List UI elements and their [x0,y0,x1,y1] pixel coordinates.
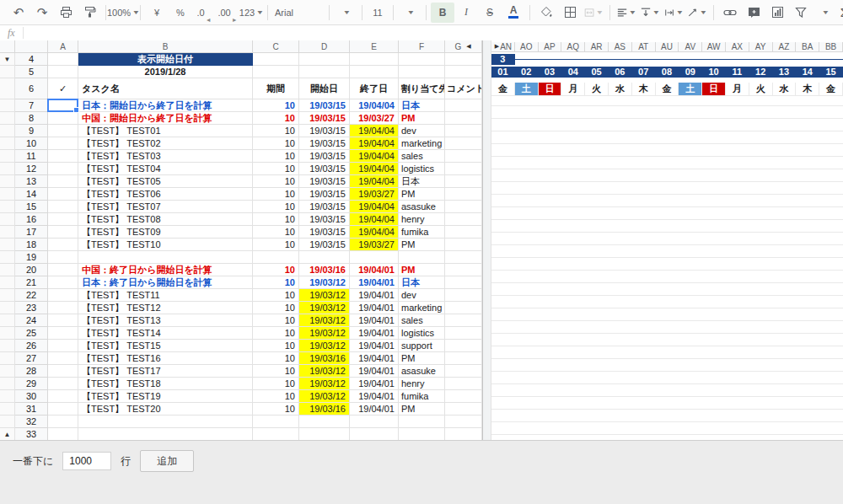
period-cell-25[interactable]: 10 [253,327,299,340]
cell-C4[interactable] [253,53,299,66]
gantt-cell-BA13[interactable] [796,181,819,182]
comment-cell-20[interactable] [445,264,482,276]
comment-cell-32[interactable] [445,416,482,428]
gantt-cell-AQ21[interactable] [561,282,585,283]
gantt-cell-AX10[interactable] [726,143,749,144]
gantt-cell-AV14[interactable] [679,194,702,195]
gantt-cell-AZ20[interactable] [773,270,797,271]
gantt-cell-AX25[interactable] [726,333,749,334]
gantt-cell-AO17[interactable] [515,232,539,233]
gantt-cell-AT33[interactable] [632,434,656,435]
gantt-cell-AQ15[interactable] [561,206,585,207]
gantt-cell-AV23[interactable] [679,308,702,308]
end-date-cell-21[interactable]: 19/04/01 [350,276,399,289]
comment-cell-11[interactable] [445,150,482,163]
comment-cell-12[interactable] [445,163,482,175]
cell-F4[interactable] [399,53,445,66]
gantt-cell-AX24[interactable] [726,320,749,321]
task-name-cell-33[interactable] [78,428,253,441]
gantt-cell-AS17[interactable] [609,232,632,233]
gantt-cell-AO13[interactable] [515,181,539,182]
start-date-cell-28[interactable]: 19/03/12 [299,365,350,378]
row-header-23[interactable]: 23 [15,302,48,314]
gantt-cell-AU13[interactable] [656,181,679,182]
period-cell-31[interactable]: 10 [253,403,299,416]
gantt-cell-AV22[interactable] [679,295,702,296]
cell-A13[interactable] [48,175,78,188]
end-date-cell-27[interactable]: 19/04/01 [350,352,399,365]
merge-cells-button[interactable]: ▼ [582,3,605,23]
row-header-17[interactable]: 17 [15,226,48,239]
gantt-cell-AV7[interactable] [679,105,702,106]
column-header-D[interactable]: D [299,40,350,53]
period-cell-23[interactable]: 10 [253,302,299,314]
gantt-cell-BB22[interactable] [819,295,843,296]
assignee-cell-11[interactable]: sales [399,150,445,163]
undo-button[interactable]: ↶ [7,3,30,23]
cell-A26[interactable] [48,340,78,352]
row-header-22[interactable]: 22 [15,289,48,302]
cell-A19[interactable] [48,251,78,264]
gantt-cell-AW28[interactable] [702,371,726,372]
gantt-cell-AU16[interactable] [656,219,679,220]
comment-cell-24[interactable] [445,314,482,327]
gantt-cell-AR26[interactable] [585,346,609,346]
column-header-A[interactable]: A [48,40,78,53]
gantt-cell-AY29[interactable] [749,383,773,384]
gantt-cell-AS18[interactable] [609,244,632,245]
start-date-cell-9[interactable]: 19/03/15 [299,125,350,137]
gantt-cell-AY13[interactable] [749,181,773,182]
gantt-cell-BA17[interactable] [796,232,819,233]
gantt-cell-AV18[interactable] [679,244,702,245]
gantt-cell-AX19[interactable] [726,257,749,258]
insert-link-button[interactable] [718,3,742,23]
gantt-cell-AU27[interactable] [656,358,679,359]
gantt-cell-AU28[interactable] [656,371,679,372]
gantt-cell-AX27[interactable] [726,358,749,359]
task-name-cell-18[interactable]: 【TEST】 TEST10 [78,239,253,251]
cell-A12[interactable] [48,163,78,175]
gantt-cell-AW22[interactable] [702,295,726,296]
gantt-cell-AP16[interactable] [539,219,562,220]
gantt-cell-BB29[interactable] [819,383,843,384]
day-number-cell-AR[interactable]: 05 [585,67,609,78]
day-number-cell-AN[interactable]: 01 [491,67,515,78]
gantt-cell-AN18[interactable] [491,244,515,245]
cell-A16[interactable] [48,213,78,226]
gantt-cell-AT16[interactable] [632,219,656,220]
start-date-cell-33[interactable] [299,428,350,441]
start-date-cell-11[interactable]: 19/03/15 [299,150,350,163]
gantt-cell-AW18[interactable] [702,244,726,245]
gantt-cell-AZ18[interactable] [773,244,797,245]
gantt-cell-AZ28[interactable] [773,371,797,372]
assignee-cell-9[interactable]: dev [399,125,445,137]
gantt-cell-AP32[interactable] [539,421,562,422]
month-band-cell-BB[interactable] [819,59,843,60]
gantt-cell-AQ27[interactable] [561,358,585,359]
task-name-cell-12[interactable]: 【TEST】 TEST04 [78,163,253,175]
gantt-cell-AQ10[interactable] [561,143,585,144]
comment-cell-25[interactable] [445,327,482,340]
gantt-cell-BA9[interactable] [796,131,819,131]
assignee-cell-19[interactable] [399,251,445,264]
gantt-cell-AY23[interactable] [749,308,773,308]
gantt-cell-AO10[interactable] [515,143,539,144]
end-date-cell-11[interactable]: 19/04/04 [350,150,399,163]
cell-A11[interactable] [48,150,78,163]
gantt-cell-AT24[interactable] [632,320,656,321]
gantt-cell-AN12[interactable] [491,169,515,169]
day-number-cell-AU[interactable]: 08 [656,67,679,78]
start-date-cell-19[interactable] [299,251,350,264]
gantt-cell-AW25[interactable] [702,333,726,334]
gantt-cell-AU17[interactable] [656,232,679,233]
task-name-cell-27[interactable]: 【TEST】 TEST16 [78,352,253,365]
column-header-AW[interactable]: AW [702,42,726,52]
gantt-cell-AY30[interactable] [749,396,773,397]
gantt-cell-AZ9[interactable] [773,131,797,131]
gantt-cell-BA32[interactable] [796,421,819,422]
start-date-cell-10[interactable]: 19/03/15 [299,137,350,150]
period-cell-22[interactable]: 10 [253,289,299,302]
gantt-cell-AV8[interactable] [679,118,702,119]
row-header-12[interactable]: 12 [15,163,48,175]
gantt-cell-BA21[interactable] [796,282,819,283]
